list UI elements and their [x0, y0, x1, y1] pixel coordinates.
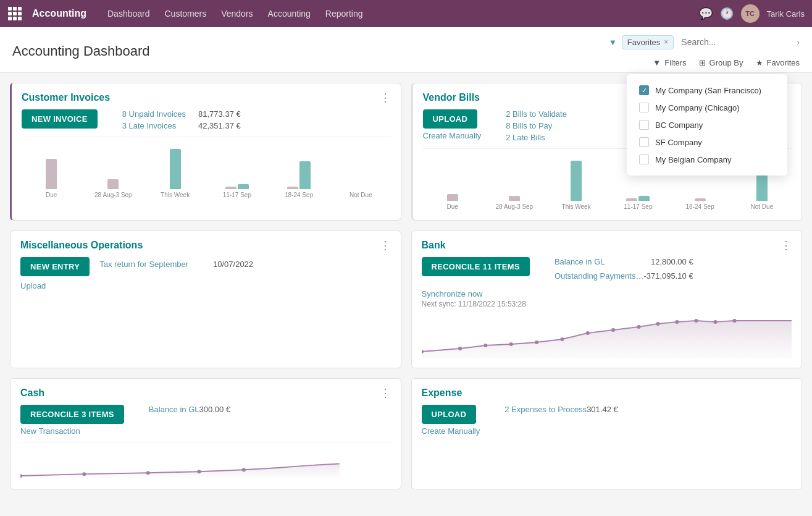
expense-create-manually-link[interactable]: Create Manually: [422, 426, 480, 436]
unpaid-row: 8 Unpaid Invoices 81,773.37 €: [122, 109, 241, 119]
checkbox-2[interactable]: [639, 120, 649, 130]
page-header: Accounting Dashboard ▼ Favorites × › ▼ F…: [0, 27, 812, 73]
dropdown-item-1[interactable]: My Company (Chicago): [637, 99, 777, 116]
bar-pink[interactable]: [46, 159, 57, 189]
expense-upload-button[interactable]: UPLOAD: [422, 405, 477, 424]
bank-menu[interactable]: ⋮: [781, 240, 792, 251]
bar-wrap: [107, 146, 119, 189]
unpaid-invoices-link[interactable]: 8 Unpaid Invoices: [122, 109, 186, 119]
cash-header: Cash ⋮: [10, 379, 401, 405]
dropdown-item-2[interactable]: BC Company: [637, 116, 777, 133]
svg-point-13: [732, 319, 736, 323]
search-chevron-icon[interactable]: ›: [797, 37, 800, 47]
bar-teal[interactable]: [756, 175, 768, 201]
bank-line-chart: [422, 308, 792, 358]
new-transaction-link[interactable]: New Transaction: [20, 426, 124, 436]
checkbox-1[interactable]: [639, 103, 649, 112]
reconcile-cash-button[interactable]: RECONCILE 3 ITEMS: [20, 405, 124, 424]
bar-pink[interactable]: [509, 196, 520, 201]
vendor-bills-info: 2 Bills to Validate 8 Bills to Pay 2 Lat…: [506, 109, 567, 142]
dropdown-item-4[interactable]: My Belgian Company: [637, 151, 777, 168]
create-manually-link[interactable]: Create Manually: [423, 131, 482, 140]
favorites-button[interactable]: ★ Favorites: [756, 58, 800, 67]
filters-label: Filters: [664, 58, 686, 67]
misc-operations-card: Miscellaneous Operations ⋮ NEW ENTRY Tax…: [10, 231, 401, 368]
pay-link[interactable]: 8 Bills to Pay: [506, 121, 567, 130]
checkbox-0[interactable]: ✓: [639, 85, 649, 95]
chart-group: Not Due: [331, 146, 390, 198]
svg-point-12: [713, 320, 717, 324]
bar-teal[interactable]: [638, 196, 650, 201]
search-input[interactable]: [679, 35, 792, 49]
cash-balance-value: 300.00 €: [199, 405, 231, 414]
bar-teal[interactable]: [571, 161, 582, 201]
misc-menu[interactable]: ⋮: [380, 240, 391, 251]
bar-teal[interactable]: [299, 161, 311, 189]
late-invoices-link[interactable]: 3 Late Invoices: [122, 121, 176, 130]
bank-title: Bank: [422, 240, 446, 251]
svg-point-9: [656, 322, 659, 326]
nav-accounting[interactable]: Accounting: [262, 5, 317, 22]
bar-teal[interactable]: [170, 149, 181, 189]
expense-info: 2 Expenses to Process 301.42 €: [504, 405, 618, 417]
customer-invoices-menu[interactable]: ⋮: [380, 92, 391, 103]
tax-return-row: Tax return for September 10/07/2022: [99, 260, 253, 269]
cash-info: Balance in GL 300.00 €: [149, 405, 230, 417]
clock-icon[interactable]: 🕐: [720, 7, 734, 20]
cash-menu[interactable]: ⋮: [380, 387, 391, 399]
customer-invoices-title: Customer Invoices: [22, 92, 110, 103]
bar-teal[interactable]: [238, 184, 249, 189]
upload-link[interactable]: Upload: [20, 281, 391, 290]
checkbox-3[interactable]: [639, 137, 649, 147]
bar-pink[interactable]: [287, 187, 298, 189]
cash-line-chart: [20, 442, 391, 479]
bar-wrap: [447, 158, 458, 201]
new-invoice-button[interactable]: NEW INVOICE: [22, 109, 98, 129]
svg-point-17: [197, 470, 201, 473]
nav-links: Dashboard Customers Vendors Accounting R…: [101, 5, 689, 22]
avatar[interactable]: TC: [741, 4, 760, 23]
bank-actions: RECONCILE 11 ITEMS Balance in GL 12,800.…: [422, 257, 792, 283]
bar-pink[interactable]: [225, 187, 236, 189]
chart-group: This Week: [546, 158, 606, 210]
search-tag-close[interactable]: ×: [664, 38, 668, 46]
chart-label: Not Due: [349, 192, 372, 198]
bar-pink[interactable]: [626, 198, 637, 201]
expense-actions: UPLOAD Create Manually 2 Expenses to Pro…: [422, 405, 792, 436]
upload-button[interactable]: UPLOAD: [423, 109, 478, 129]
nav-reporting[interactable]: Reporting: [319, 5, 369, 22]
search-tag[interactable]: Favorites ×: [622, 35, 674, 49]
outstanding-label[interactable]: Outstanding Payments…: [555, 271, 644, 281]
validate-link[interactable]: 2 Bills to Validate: [506, 109, 567, 119]
dropdown-item-3[interactable]: SF Company: [637, 133, 777, 151]
bar-pink[interactable]: [447, 194, 458, 201]
customer-invoices-actions: NEW INVOICE 8 Unpaid Invoices 81,773.37 …: [22, 109, 391, 130]
cash-balance-label[interactable]: Balance in GL: [149, 405, 199, 414]
expense-buttons: UPLOAD Create Manually: [422, 405, 480, 436]
favorites-label: Favorites: [767, 58, 800, 67]
nav-vendors[interactable]: Vendors: [215, 5, 259, 22]
apps-grid-icon[interactable]: [7, 6, 22, 21]
late-bills-link[interactable]: 2 Late Bills: [506, 133, 567, 142]
filters-button[interactable]: ▼ Filters: [653, 58, 686, 67]
chart-label: 11-17 Sep: [223, 192, 251, 198]
chart-label: This Week: [161, 192, 190, 198]
nav-dashboard[interactable]: Dashboard: [101, 5, 156, 22]
groupby-button[interactable]: ⊞ Group By: [699, 58, 743, 67]
app-name: Accounting: [32, 8, 86, 19]
messaging-icon[interactable]: 💬: [699, 7, 713, 20]
new-entry-button[interactable]: NEW ENTRY: [20, 257, 90, 276]
bar-pink[interactable]: [107, 179, 119, 189]
company-label-2: BC Company: [655, 121, 703, 130]
checkbox-4[interactable]: [639, 154, 649, 164]
dropdown-item-0[interactable]: ✓ My Company (San Francisco): [637, 82, 777, 99]
expenses-process-label[interactable]: 2 Expenses to Process: [504, 405, 587, 414]
reconcile-bank-button[interactable]: RECONCILE 11 ITEMS: [422, 257, 530, 276]
next-sync-text: Next sync: 11/18/2022 15:53:28: [422, 300, 526, 308]
balance-gl-label[interactable]: Balance in GL: [555, 257, 605, 266]
tax-return-label[interactable]: Tax return for September: [99, 260, 188, 269]
nav-customers[interactable]: Customers: [159, 5, 213, 22]
sync-now-link[interactable]: Synchronize now: [422, 289, 792, 298]
bar-pink[interactable]: [695, 198, 706, 201]
svg-point-5: [560, 337, 564, 341]
